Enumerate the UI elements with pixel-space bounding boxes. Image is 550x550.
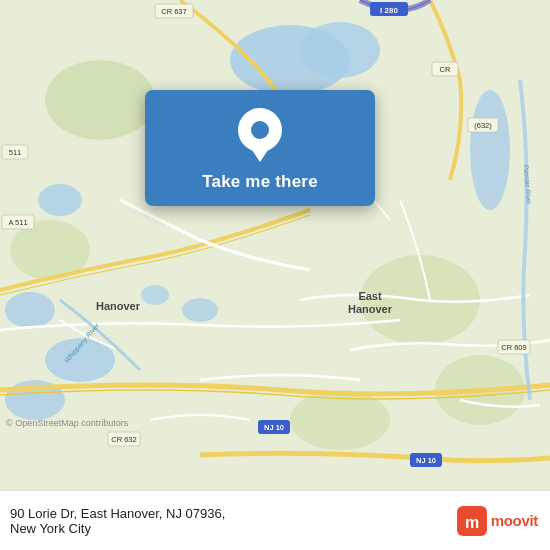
svg-point-2	[300, 22, 380, 78]
take-me-there-button[interactable]: Take me there	[202, 172, 318, 192]
svg-text:511: 511	[9, 148, 22, 157]
svg-text:East: East	[358, 290, 382, 302]
footer-bar: 90 Lorie Dr, East Hanover, NJ 07936, New…	[0, 490, 550, 550]
location-popup[interactable]: Take me there	[145, 90, 375, 206]
svg-text:A 511: A 511	[8, 218, 27, 227]
svg-point-10	[45, 60, 155, 140]
pin-inner	[251, 121, 269, 139]
svg-text:CR 609: CR 609	[501, 343, 526, 352]
svg-text:CR: CR	[440, 65, 451, 74]
map-pin	[238, 108, 282, 152]
map-container: I 280 Whippany River Passaic River CR 63…	[0, 0, 550, 490]
svg-text:I 280: I 280	[380, 6, 398, 15]
svg-point-6	[182, 298, 218, 322]
svg-point-8	[470, 90, 510, 210]
address-line2: New York City	[10, 521, 225, 536]
address-block: 90 Lorie Dr, East Hanover, NJ 07936, New…	[10, 506, 225, 536]
svg-text:CR 637: CR 637	[161, 7, 186, 16]
svg-text:NJ 10: NJ 10	[416, 456, 436, 465]
map-attribution: © OpenStreetMap contributors	[6, 418, 128, 428]
svg-text:NJ 10: NJ 10	[264, 423, 284, 432]
moovit-logo: m moovit	[457, 506, 538, 536]
address-line1: 90 Lorie Dr, East Hanover, NJ 07936,	[10, 506, 225, 521]
moovit-text: moovit	[491, 512, 538, 529]
moovit-icon: m	[457, 506, 487, 536]
map-background: I 280 Whippany River Passaic River CR 63…	[0, 0, 550, 490]
svg-point-4	[5, 292, 55, 328]
svg-text:m: m	[465, 514, 479, 531]
svg-text:CR 632: CR 632	[111, 435, 136, 444]
svg-point-7	[141, 285, 169, 305]
svg-text:Hanover: Hanover	[96, 300, 141, 312]
svg-text:(632): (632)	[474, 121, 492, 130]
svg-text:Hanover: Hanover	[348, 303, 393, 315]
svg-point-3	[38, 184, 82, 216]
